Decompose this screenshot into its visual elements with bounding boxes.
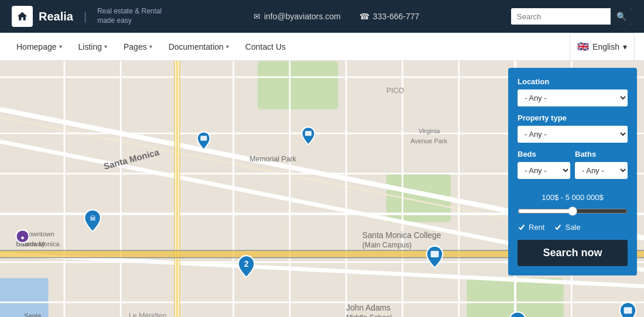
nav-documentation-label: Documentation	[169, 42, 224, 51]
baths-label: Baths	[575, 150, 628, 158]
nav-language-selector[interactable]: 🇬🇧 English ▾	[570, 33, 635, 61]
svg-rect-1	[258, 61, 338, 109]
rent-label: Rent	[529, 223, 544, 232]
svg-text:PICO: PICO	[386, 87, 405, 95]
logo-area: Realia | Real estate & Rentalmade easy	[12, 6, 162, 27]
location-select[interactable]: - Any -	[518, 89, 628, 106]
price-range-slider[interactable]	[518, 206, 628, 216]
svg-text:(Main Campus): (Main Campus)	[362, 241, 412, 249]
phone-contact: ☎ 333-666-777	[359, 12, 419, 21]
sale-label: Sale	[565, 223, 580, 232]
beds-label: Beds	[518, 150, 570, 158]
beds-baths-row: Beds - Any - Baths - Any -	[518, 150, 628, 186]
phone-number: 333-666-777	[373, 12, 419, 21]
svg-text:Avenue Park: Avenue Park	[410, 137, 447, 144]
nav-homepage-label: Homepage	[16, 42, 57, 51]
language-label: English	[592, 42, 619, 51]
email-icon: ✉	[254, 12, 261, 21]
svg-text:2: 2	[244, 260, 249, 268]
baths-col: Baths - Any -	[575, 150, 628, 186]
beds-col: Beds - Any -	[518, 150, 570, 186]
nav-contact-us[interactable]: Contact Us	[238, 33, 293, 61]
rent-sale-checkboxes: Rent Sale	[518, 223, 628, 232]
top-search-input[interactable]	[511, 9, 611, 25]
rent-checkbox-label[interactable]: Rent	[518, 223, 544, 232]
svg-text:Memorial Park: Memorial Park	[249, 155, 296, 163]
nav-contact-label: Contact Us	[245, 42, 286, 51]
top-center-contacts: ✉ info@byaviators.com ☎ 333-666-777	[171, 12, 502, 21]
baths-select[interactable]: - Any -	[575, 162, 628, 179]
logo-tagline: Real estate & Rentalmade easy	[97, 7, 162, 25]
svg-rect-59	[305, 131, 311, 136]
nav-pages-label: Pages	[124, 42, 147, 51]
svg-text:Santa: Santa	[24, 312, 42, 317]
sale-checkbox-label[interactable]: Sale	[554, 223, 580, 232]
svg-rect-5	[0, 278, 49, 317]
logo-separator: |	[84, 10, 87, 23]
svg-text:●: ●	[20, 234, 25, 241]
phone-icon: ☎	[359, 12, 369, 21]
logo-icon	[12, 6, 33, 27]
location-label: Location	[518, 77, 628, 86]
chevron-down-icon: ▾	[623, 42, 627, 51]
svg-text:Middle School: Middle School	[346, 313, 392, 317]
property-type-select[interactable]: - Any -	[518, 126, 628, 143]
nav-listing-label: Listing	[78, 42, 102, 51]
search-now-button[interactable]: Search now	[518, 240, 628, 266]
chevron-down-icon: ▾	[226, 43, 229, 50]
email-contact: ✉ info@byaviators.com	[254, 12, 341, 21]
top-search-button[interactable]: 🔍	[611, 8, 632, 25]
nav-homepage[interactable]: Homepage ▾	[9, 33, 69, 61]
logo-name: Realia	[39, 10, 73, 23]
svg-rect-68	[624, 307, 632, 313]
sale-checkbox[interactable]	[554, 223, 562, 232]
price-range-label: 100$ - 5 000 000$	[518, 193, 628, 202]
property-type-label: Property type	[518, 113, 628, 122]
flag-icon: 🇬🇧	[577, 41, 589, 52]
nav-pages[interactable]: Pages ▾	[117, 33, 159, 61]
rent-checkbox[interactable]	[518, 223, 526, 232]
svg-text:John Adams: John Adams	[346, 304, 390, 312]
svg-rect-58	[200, 136, 207, 140]
top-bar: Realia | Real estate & Rentalmade easy ✉…	[0, 0, 644, 33]
svg-rect-62	[431, 251, 439, 257]
nav-bar: Homepage ▾ Listing ▾ Pages ▾ Documentati…	[0, 33, 644, 61]
beds-select[interactable]: - Any -	[518, 162, 570, 179]
map-area[interactable]: Santa Monica PICO Virginia Avenue Park S…	[0, 61, 644, 317]
nav-listing[interactable]: Listing ▾	[71, 33, 114, 61]
chevron-down-icon: ▾	[104, 43, 107, 50]
top-search-box[interactable]: 🔍	[511, 8, 632, 25]
svg-text:Le Méridien: Le Méridien	[129, 312, 167, 317]
nav-documentation[interactable]: Documentation ▾	[162, 33, 236, 61]
chevron-down-icon: ▾	[149, 43, 152, 50]
svg-text:Virginia: Virginia	[419, 128, 440, 135]
search-panel: Location - Any - Property type - Any - B…	[508, 68, 637, 275]
svg-text:Santa Monica College: Santa Monica College	[362, 231, 441, 240]
svg-text:🏛: 🏛	[90, 215, 96, 222]
chevron-down-icon: ▾	[59, 43, 62, 50]
email-address: info@byaviators.com	[264, 12, 341, 21]
search-icon: 🔍	[616, 12, 626, 21]
